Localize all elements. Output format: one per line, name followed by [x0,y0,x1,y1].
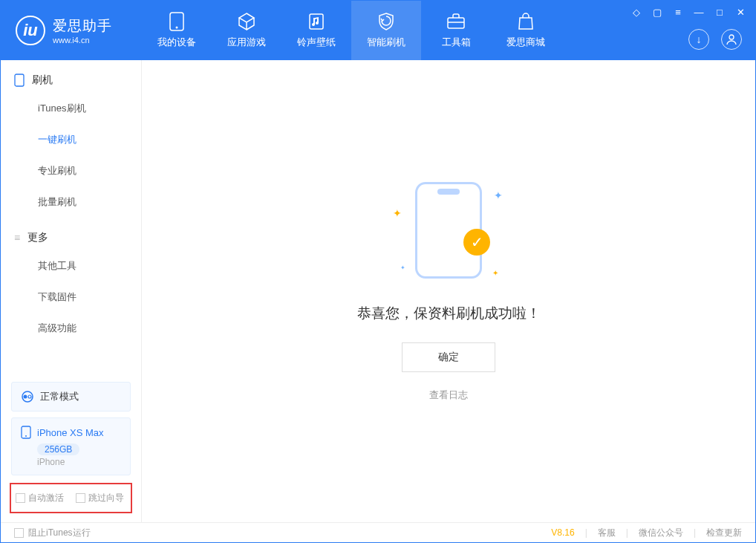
sidebar-item-batch-flash[interactable]: 批量刷机 [1,186,141,218]
sidebar-item-itunes-flash[interactable]: iTunes刷机 [1,93,141,124]
app-subtitle: www.i4.cn [53,36,112,45]
phone-icon [14,74,25,87]
mode-label: 正常模式 [40,390,79,403]
user-icon[interactable] [721,29,742,50]
logo[interactable]: iu 爱思助手 www.i4.cn [1,16,142,45]
checkbox-block-itunes[interactable]: 阻止iTunes运行 [14,527,91,539]
nav-store[interactable]: 爱思商城 [491,1,561,60]
footer: 阻止iTunes运行 V8.16 | 客服 | 微信公众号 | 检查更新 [1,522,755,542]
minimize-button[interactable]: ― [693,7,705,18]
checkbox-skip-guide[interactable]: 跳过向导 [76,492,124,504]
success-illustration: ✓ ✦ ✦ ✦ ✦ [415,182,482,279]
app-logo-icon: iu [16,16,45,45]
header: iu 爱思助手 www.i4.cn 我的设备 应用游戏 铃声壁纸 智能刷机 工具… [1,1,755,60]
svg-rect-5 [15,74,24,86]
nav-ringtones[interactable]: 铃声壁纸 [281,1,351,60]
shield-icon [377,12,396,31]
svg-point-4 [729,35,734,39]
maximize-button[interactable]: □ [714,7,726,18]
menu-icon[interactable]: ≡ [672,7,684,18]
list-icon: ≡ [14,232,20,244]
settings-icon[interactable]: ▢ [651,7,663,18]
sidebar: 刷机 iTunes刷机 一键刷机 专业刷机 批量刷机 ≡ 更多 其他工具 下载固… [1,60,142,524]
sparkle-icon: ✦ [393,207,402,219]
svg-point-1 [176,27,178,29]
nav-apps-games[interactable]: 应用游戏 [212,1,281,60]
sidebar-group-flash: 刷机 [1,60,141,93]
sparkle-icon: ✦ [494,189,503,201]
footer-link-update[interactable]: 检查更新 [706,527,742,539]
phone-illustration-icon: ✓ [415,182,482,279]
nav-label: 铃声壁纸 [297,36,336,49]
footer-link-wechat[interactable]: 微信公众号 [639,527,683,539]
flash-options-highlight: 自动激活 跳过向导 [10,483,132,513]
nav-smart-flash[interactable]: 智能刷机 [351,1,421,60]
main-nav: 我的设备 应用游戏 铃声壁纸 智能刷机 工具箱 爱思商城 [142,1,561,60]
music-icon [307,12,326,31]
toolbox-icon [446,12,466,31]
mode-indicator[interactable]: 正常模式 [11,382,131,412]
footer-link-support[interactable]: 客服 [598,527,616,539]
group-title: 更多 [27,231,48,244]
window-controls: ◇ ▢ ≡ ― □ ✕ [630,7,746,18]
device-info[interactable]: iPhone XS Max 256GB iPhone [11,417,131,475]
device-icon [167,12,186,31]
svg-rect-2 [310,14,323,29]
view-log-link[interactable]: 查看日志 [429,388,468,402]
sidebar-item-oneclick-flash[interactable]: 一键刷机 [1,124,141,155]
app-title: 爱思助手 [53,16,112,36]
version-label: V8.16 [551,527,574,538]
nav-label: 应用游戏 [227,36,266,49]
sidebar-item-other-tools[interactable]: 其他工具 [1,250,141,282]
theme-icon[interactable]: ◇ [630,7,642,18]
svg-point-8 [28,395,31,398]
logo-text: 爱思助手 www.i4.cn [53,16,112,45]
sidebar-item-download-fw[interactable]: 下载固件 [1,282,141,313]
svg-point-10 [25,435,27,437]
nav-my-device[interactable]: 我的设备 [142,1,212,60]
checkmark-badge-icon: ✓ [463,229,490,256]
svg-point-7 [24,395,27,399]
device-type: iPhone [37,457,121,467]
sparkle-icon: ✦ [400,264,405,271]
checkbox-auto-activate[interactable]: 自动激活 [16,492,64,504]
header-actions: ↓ [688,29,742,50]
ok-button[interactable]: 确定 [402,342,495,372]
sidebar-group-more: ≡ 更多 [1,218,141,250]
sidebar-item-advanced[interactable]: 高级功能 [1,313,141,344]
sparkle-icon: ✦ [492,269,498,277]
body: 刷机 iTunes刷机 一键刷机 专业刷机 批量刷机 ≡ 更多 其他工具 下载固… [1,60,755,524]
cube-icon [237,12,256,31]
nav-label: 我的设备 [157,36,196,49]
group-title: 刷机 [32,74,53,87]
device-phone-icon [21,426,31,439]
success-message: 恭喜您，保资料刷机成功啦！ [357,304,541,323]
main-content: ✓ ✦ ✦ ✦ ✦ 恭喜您，保资料刷机成功啦！ 确定 查看日志 [142,60,755,524]
svg-rect-3 [448,18,464,28]
device-storage: 256GB [37,443,79,455]
nav-label: 爱思商城 [506,36,545,49]
sidebar-item-pro-flash[interactable]: 专业刷机 [1,155,141,186]
device-name: iPhone XS Max [37,427,104,438]
mode-icon [21,390,34,403]
nav-label: 智能刷机 [367,36,405,49]
nav-toolbox[interactable]: 工具箱 [421,1,491,60]
nav-label: 工具箱 [442,36,471,49]
bag-icon [516,12,535,31]
close-button[interactable]: ✕ [734,7,746,18]
download-icon[interactable]: ↓ [688,29,709,50]
